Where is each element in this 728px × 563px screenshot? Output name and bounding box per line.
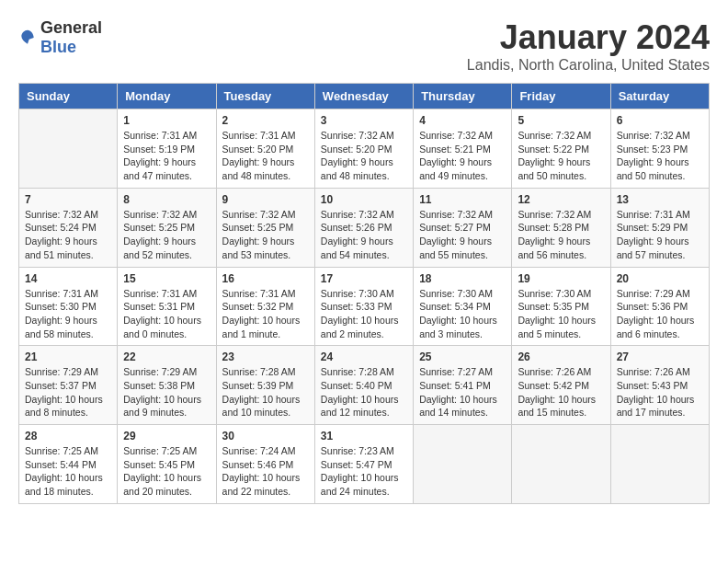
calendar-cell: 21Sunrise: 7:29 AM Sunset: 5:37 PM Dayli… <box>19 346 118 425</box>
calendar-cell <box>19 109 118 189</box>
day-number: 4 <box>419 114 506 127</box>
day-number: 31 <box>321 430 407 442</box>
day-info: Sunrise: 7:32 AM Sunset: 5:25 PM Dayligh… <box>222 208 309 262</box>
calendar-cell <box>610 425 709 504</box>
day-number: 14 <box>25 272 111 285</box>
calendar-cell: 3Sunrise: 7:32 AM Sunset: 5:20 PM Daylig… <box>314 109 413 189</box>
calendar-cell: 18Sunrise: 7:30 AM Sunset: 5:34 PM Dayli… <box>414 267 512 346</box>
day-info: Sunrise: 7:32 AM Sunset: 5:22 PM Dayligh… <box>518 129 604 183</box>
day-number: 30 <box>222 430 309 442</box>
calendar-cell: 2Sunrise: 7:31 AM Sunset: 5:20 PM Daylig… <box>216 109 314 189</box>
day-number: 3 <box>321 114 407 127</box>
day-info: Sunrise: 7:32 AM Sunset: 5:23 PM Dayligh… <box>617 129 703 183</box>
day-info: Sunrise: 7:28 AM Sunset: 5:39 PM Dayligh… <box>222 365 309 419</box>
calendar-cell: 4Sunrise: 7:32 AM Sunset: 5:21 PM Daylig… <box>414 109 512 189</box>
logo: General Blue <box>18 18 102 57</box>
calendar-cell: 28Sunrise: 7:25 AM Sunset: 5:44 PM Dayli… <box>19 425 118 504</box>
page-header: General Blue January 2024 Landis, North … <box>18 18 710 74</box>
calendar-cell: 16Sunrise: 7:31 AM Sunset: 5:32 PM Dayli… <box>216 267 314 346</box>
calendar-cell: 5Sunrise: 7:32 AM Sunset: 5:22 PM Daylig… <box>512 109 610 189</box>
day-number: 5 <box>518 114 604 127</box>
calendar-cell: 20Sunrise: 7:29 AM Sunset: 5:36 PM Dayli… <box>610 267 709 346</box>
day-info: Sunrise: 7:32 AM Sunset: 5:27 PM Dayligh… <box>419 208 506 262</box>
day-info: Sunrise: 7:30 AM Sunset: 5:35 PM Dayligh… <box>518 287 604 341</box>
calendar-header-friday: Friday <box>512 84 610 109</box>
calendar-week-row: 28Sunrise: 7:25 AM Sunset: 5:44 PM Dayli… <box>19 425 710 504</box>
calendar-cell: 8Sunrise: 7:32 AM Sunset: 5:25 PM Daylig… <box>118 188 216 267</box>
calendar-cell: 27Sunrise: 7:26 AM Sunset: 5:43 PM Dayli… <box>610 346 709 425</box>
calendar-cell: 22Sunrise: 7:29 AM Sunset: 5:38 PM Dayli… <box>118 346 216 425</box>
day-number: 20 <box>617 272 703 285</box>
calendar-header-saturday: Saturday <box>610 84 709 109</box>
calendar-header-sunday: Sunday <box>19 84 118 109</box>
day-number: 13 <box>617 193 703 206</box>
day-number: 8 <box>123 193 210 206</box>
day-number: 6 <box>617 114 703 127</box>
day-number: 22 <box>123 350 210 363</box>
calendar-header-tuesday: Tuesday <box>216 84 314 109</box>
day-info: Sunrise: 7:29 AM Sunset: 5:36 PM Dayligh… <box>617 287 703 341</box>
calendar-cell: 1Sunrise: 7:31 AM Sunset: 5:19 PM Daylig… <box>118 109 216 189</box>
calendar-table: SundayMondayTuesdayWednesdayThursdayFrid… <box>18 83 710 504</box>
logo-blue: Blue <box>40 38 76 56</box>
calendar-cell: 11Sunrise: 7:32 AM Sunset: 5:27 PM Dayli… <box>414 188 512 267</box>
day-number: 16 <box>222 272 309 285</box>
day-info: Sunrise: 7:30 AM Sunset: 5:34 PM Dayligh… <box>419 287 506 341</box>
logo-text: General Blue <box>40 18 102 57</box>
day-info: Sunrise: 7:31 AM Sunset: 5:19 PM Dayligh… <box>123 129 210 183</box>
day-info: Sunrise: 7:31 AM Sunset: 5:20 PM Dayligh… <box>222 129 309 183</box>
day-info: Sunrise: 7:31 AM Sunset: 5:30 PM Dayligh… <box>25 287 111 341</box>
day-info: Sunrise: 7:25 AM Sunset: 5:44 PM Dayligh… <box>25 444 111 499</box>
day-number: 27 <box>617 350 703 363</box>
calendar-cell: 29Sunrise: 7:25 AM Sunset: 5:45 PM Dayli… <box>118 425 216 504</box>
day-info: Sunrise: 7:32 AM Sunset: 5:28 PM Dayligh… <box>518 208 604 262</box>
main-title: January 2024 <box>467 18 710 57</box>
calendar-header-monday: Monday <box>118 84 216 109</box>
day-number: 11 <box>419 193 506 206</box>
day-number: 15 <box>123 272 210 285</box>
day-info: Sunrise: 7:28 AM Sunset: 5:40 PM Dayligh… <box>321 365 407 419</box>
calendar-cell: 10Sunrise: 7:32 AM Sunset: 5:26 PM Dayli… <box>314 188 413 267</box>
calendar-week-row: 14Sunrise: 7:31 AM Sunset: 5:30 PM Dayli… <box>19 267 710 346</box>
day-number: 28 <box>25 430 111 442</box>
day-number: 26 <box>518 350 604 363</box>
day-info: Sunrise: 7:29 AM Sunset: 5:37 PM Dayligh… <box>25 365 111 419</box>
day-info: Sunrise: 7:30 AM Sunset: 5:33 PM Dayligh… <box>321 287 407 341</box>
calendar-cell: 13Sunrise: 7:31 AM Sunset: 5:29 PM Dayli… <box>610 188 709 267</box>
day-info: Sunrise: 7:32 AM Sunset: 5:24 PM Dayligh… <box>25 208 111 262</box>
calendar-cell: 9Sunrise: 7:32 AM Sunset: 5:25 PM Daylig… <box>216 188 314 267</box>
title-section: January 2024 Landis, North Carolina, Uni… <box>467 18 710 74</box>
day-info: Sunrise: 7:31 AM Sunset: 5:31 PM Dayligh… <box>123 287 210 341</box>
day-info: Sunrise: 7:26 AM Sunset: 5:42 PM Dayligh… <box>518 365 604 419</box>
calendar-cell <box>512 425 610 504</box>
day-number: 9 <box>222 193 309 206</box>
day-info: Sunrise: 7:23 AM Sunset: 5:47 PM Dayligh… <box>321 444 407 499</box>
calendar-cell: 25Sunrise: 7:27 AM Sunset: 5:41 PM Dayli… <box>414 346 512 425</box>
day-number: 17 <box>321 272 407 285</box>
logo-icon <box>18 29 37 47</box>
logo-general: General <box>40 18 102 37</box>
day-info: Sunrise: 7:27 AM Sunset: 5:41 PM Dayligh… <box>419 365 506 419</box>
day-number: 23 <box>222 350 309 363</box>
day-info: Sunrise: 7:32 AM Sunset: 5:20 PM Dayligh… <box>321 129 407 183</box>
calendar-cell: 30Sunrise: 7:24 AM Sunset: 5:46 PM Dayli… <box>216 425 314 504</box>
calendar-cell: 15Sunrise: 7:31 AM Sunset: 5:31 PM Dayli… <box>118 267 216 346</box>
day-info: Sunrise: 7:31 AM Sunset: 5:29 PM Dayligh… <box>617 208 703 262</box>
calendar-header-row: SundayMondayTuesdayWednesdayThursdayFrid… <box>19 84 710 109</box>
calendar-cell: 19Sunrise: 7:30 AM Sunset: 5:35 PM Dayli… <box>512 267 610 346</box>
calendar-cell: 26Sunrise: 7:26 AM Sunset: 5:42 PM Dayli… <box>512 346 610 425</box>
calendar-cell: 6Sunrise: 7:32 AM Sunset: 5:23 PM Daylig… <box>610 109 709 189</box>
calendar-cell: 12Sunrise: 7:32 AM Sunset: 5:28 PM Dayli… <box>512 188 610 267</box>
day-number: 12 <box>518 193 604 206</box>
day-info: Sunrise: 7:29 AM Sunset: 5:38 PM Dayligh… <box>123 365 210 419</box>
day-info: Sunrise: 7:31 AM Sunset: 5:32 PM Dayligh… <box>222 287 309 341</box>
calendar-cell: 23Sunrise: 7:28 AM Sunset: 5:39 PM Dayli… <box>216 346 314 425</box>
day-number: 1 <box>123 114 210 127</box>
calendar-cell: 17Sunrise: 7:30 AM Sunset: 5:33 PM Dayli… <box>314 267 413 346</box>
calendar-cell: 24Sunrise: 7:28 AM Sunset: 5:40 PM Dayli… <box>314 346 413 425</box>
calendar-cell: 14Sunrise: 7:31 AM Sunset: 5:30 PM Dayli… <box>19 267 118 346</box>
day-number: 29 <box>123 430 210 442</box>
day-number: 25 <box>419 350 506 363</box>
calendar-week-row: 1Sunrise: 7:31 AM Sunset: 5:19 PM Daylig… <box>19 109 710 189</box>
day-number: 10 <box>321 193 407 206</box>
